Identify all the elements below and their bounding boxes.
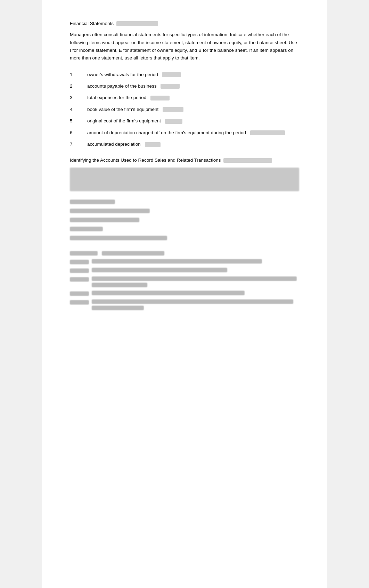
section3-title-blur1 bbox=[70, 251, 98, 256]
item-text: accumulated depreciation bbox=[87, 142, 299, 147]
item-number: 3. bbox=[70, 95, 87, 100]
section2-title-text: Identifying the Accounts Used to Record … bbox=[70, 158, 221, 163]
step-label bbox=[70, 268, 89, 273]
item-text: accounts payable of the business bbox=[87, 83, 299, 89]
item-text: total expenses for the period bbox=[87, 95, 299, 100]
blur-line2 bbox=[92, 299, 293, 304]
blur-line2 bbox=[92, 306, 144, 310]
blur-line2 bbox=[92, 276, 297, 281]
step-item bbox=[70, 299, 299, 310]
answer-box bbox=[163, 107, 183, 112]
step-item bbox=[70, 268, 299, 273]
blur-line bbox=[70, 227, 103, 231]
step-multiline bbox=[92, 299, 293, 310]
item-text: book value of the firm's equipment bbox=[87, 107, 299, 112]
step-text bbox=[92, 268, 227, 272]
blur-line bbox=[70, 218, 139, 222]
financial-items-list: 1. owner's withdrawals for the period 2.… bbox=[70, 72, 299, 147]
blurred-list-item bbox=[70, 227, 299, 232]
section2-title: Identifying the Accounts Used to Record … bbox=[70, 158, 299, 163]
page: Financial Statements Managers often cons… bbox=[42, 0, 327, 588]
section3-items-list bbox=[70, 259, 299, 310]
blurred-list bbox=[70, 200, 299, 241]
section1-title-blur bbox=[116, 21, 158, 26]
answer-box bbox=[145, 142, 161, 147]
list-item: 3. total expenses for the period bbox=[70, 95, 299, 100]
intro-paragraph: Managers often consult financial stateme… bbox=[70, 31, 299, 62]
item-number: 5. bbox=[70, 118, 87, 123]
blurred-list-item bbox=[70, 209, 299, 214]
section1-title-text: Financial Statements bbox=[70, 21, 114, 26]
step-label bbox=[70, 291, 89, 296]
step-item bbox=[70, 259, 299, 264]
answer-box bbox=[162, 72, 181, 77]
blur-line bbox=[70, 200, 115, 204]
blurred-intro-paragraph: Lorem ipsum dolor sit amet consectetur a… bbox=[70, 168, 299, 191]
section3-title-blur2 bbox=[102, 251, 164, 256]
list-item: 2. accounts payable of the business bbox=[70, 83, 299, 89]
answer-box bbox=[161, 84, 180, 89]
section3 bbox=[70, 251, 299, 310]
step-text bbox=[92, 259, 262, 264]
item-text: owner's withdrawals for the period bbox=[87, 72, 299, 77]
list-item: 4. book value of the firm's equipment bbox=[70, 107, 299, 112]
list-item: 1. owner's withdrawals for the period bbox=[70, 72, 299, 77]
item-text: original cost of the firm's equipment bbox=[87, 118, 299, 123]
section1-title: Financial Statements bbox=[70, 21, 299, 26]
step-item bbox=[70, 276, 299, 287]
answer-box bbox=[250, 130, 285, 135]
list-item: 7. accumulated depreciation bbox=[70, 142, 299, 147]
answer-box bbox=[150, 96, 170, 100]
item-number: 2. bbox=[70, 83, 87, 89]
item-number: 7. bbox=[70, 142, 87, 147]
blurred-list-item bbox=[70, 200, 299, 205]
step-label bbox=[70, 277, 89, 282]
step-label bbox=[70, 300, 89, 305]
step-label bbox=[70, 260, 89, 264]
answer-box bbox=[165, 119, 182, 124]
intro-text-content: Managers often consult financial stateme… bbox=[70, 32, 297, 61]
list-item: 6. amount of depreciation charged off on… bbox=[70, 130, 299, 135]
step-text bbox=[92, 291, 245, 295]
blur-line2 bbox=[92, 283, 147, 287]
step-multiline bbox=[92, 276, 297, 287]
blurred-list-item bbox=[70, 236, 299, 241]
section3-header bbox=[70, 251, 299, 256]
section1: Financial Statements Managers often cons… bbox=[70, 21, 299, 147]
blurred-list-item bbox=[70, 218, 299, 223]
section2-title-blur bbox=[223, 158, 272, 163]
item-number: 4. bbox=[70, 107, 87, 112]
item-number: 1. bbox=[70, 72, 87, 77]
item-number: 6. bbox=[70, 130, 87, 135]
item-text: amount of depreciation charged off on th… bbox=[87, 130, 299, 135]
list-item: 5. original cost of the firm's equipment bbox=[70, 118, 299, 123]
blur-line bbox=[70, 236, 167, 240]
section2: Identifying the Accounts Used to Record … bbox=[70, 158, 299, 241]
step-item bbox=[70, 291, 299, 296]
blur-line bbox=[70, 209, 150, 213]
